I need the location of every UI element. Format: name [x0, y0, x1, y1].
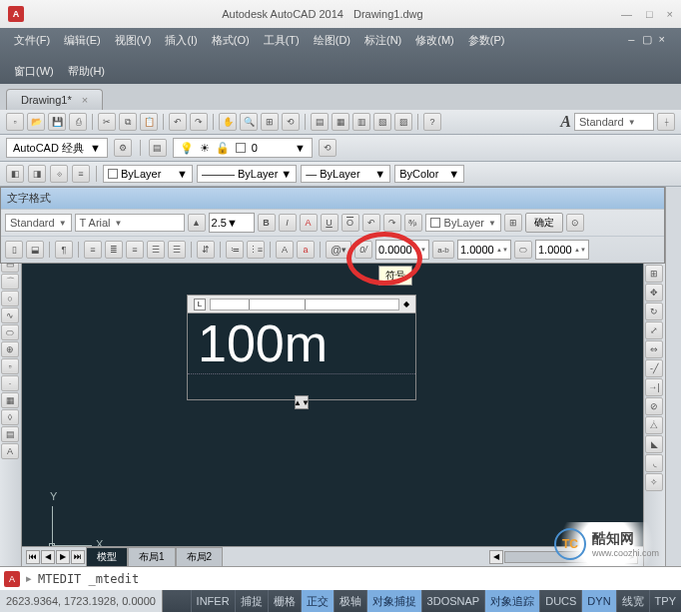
new-icon[interactable]: ▫: [6, 113, 24, 131]
undo-icon[interactable]: ↶: [169, 113, 187, 131]
text-style-select[interactable]: Standard▼: [5, 214, 72, 232]
italic-button[interactable]: I: [279, 214, 297, 232]
ellipse-icon[interactable]: ⬭: [1, 324, 19, 340]
menu-view[interactable]: 视图(V): [109, 30, 158, 51]
workspace-combo[interactable]: AutoCAD 经典▼: [6, 138, 108, 158]
menu-format[interactable]: 格式(O): [206, 30, 256, 51]
linespace-icon[interactable]: ⇵: [197, 241, 215, 259]
zoom-icon[interactable]: 🔍: [240, 113, 258, 131]
numbering-icon[interactable]: ≔: [226, 241, 244, 259]
print-icon[interactable]: ⎙: [69, 113, 87, 131]
zoom-window-icon[interactable]: ⊞: [261, 113, 279, 131]
tab-prev-icon[interactable]: ◀: [41, 550, 55, 564]
lowercase-icon[interactable]: a: [297, 241, 315, 259]
open-icon[interactable]: 📂: [27, 113, 45, 131]
tab-layout1[interactable]: 布局1: [128, 547, 176, 566]
options-icon[interactable]: ⊙: [566, 214, 584, 232]
color-icon[interactable]: ◧: [6, 165, 24, 183]
align-dist-icon[interactable]: ☰: [168, 241, 186, 259]
vscroll[interactable]: [665, 187, 681, 566]
undo2-icon[interactable]: ↶: [362, 214, 380, 232]
paste-icon[interactable]: 📋: [140, 113, 158, 131]
sheet-icon[interactable]: ▧: [373, 113, 391, 131]
break-icon[interactable]: ⊘: [645, 397, 663, 415]
tab-layout2[interactable]: 布局2: [176, 547, 224, 566]
mtext-icon[interactable]: A: [1, 443, 19, 459]
copy-icon[interactable]: ⧉: [119, 113, 137, 131]
annotative-icon[interactable]: ▲: [188, 214, 206, 232]
ws-settings-icon[interactable]: ⚙: [114, 139, 132, 157]
redo2-icon[interactable]: ↷: [383, 214, 401, 232]
menu-draw[interactable]: 绘图(D): [308, 30, 356, 51]
circle-icon[interactable]: ○: [1, 291, 19, 307]
markup-icon[interactable]: ▨: [394, 113, 412, 131]
mtext-editor[interactable]: L ◆ 100m ▲▼: [187, 295, 416, 400]
join-icon[interactable]: ⧊: [645, 416, 663, 434]
menu-param[interactable]: 参数(P): [462, 30, 511, 51]
status-tpy[interactable]: TPY: [649, 590, 681, 612]
match-icon[interactable]: ⟐: [50, 165, 68, 183]
layer-combo[interactable]: 💡 ☀ 🔓 0▼: [173, 138, 313, 158]
ruler-tab-icon[interactable]: L: [194, 299, 206, 310]
layer-mgr-icon[interactable]: ▤: [149, 139, 167, 157]
dc-icon[interactable]: ▦: [332, 113, 349, 131]
align-center-icon[interactable]: ≣: [105, 241, 123, 259]
lineweight-combo[interactable]: —ByLayer▼: [301, 165, 390, 183]
tab-last-icon[interactable]: ⏭: [71, 550, 85, 564]
trim-icon[interactable]: ‑╱: [645, 359, 663, 377]
array-icon[interactable]: ⊞: [645, 265, 663, 283]
stack-icon[interactable]: ª⁄ᵦ: [404, 214, 422, 232]
pan-icon[interactable]: ✋: [219, 113, 237, 131]
block-icon[interactable]: ▫: [1, 358, 19, 374]
stretch-icon[interactable]: ⇔: [645, 340, 663, 358]
redo-icon[interactable]: ↷: [190, 113, 208, 131]
text-height-input[interactable]: 2.5▼: [209, 213, 255, 233]
status-ducs[interactable]: DUCS: [539, 590, 581, 612]
mtext-ruler[interactable]: L ◆: [188, 296, 415, 313]
tab-model[interactable]: 模型: [86, 547, 128, 566]
arc-icon[interactable]: ⌒: [1, 274, 19, 290]
status-otrack[interactable]: 对象追踪: [484, 590, 539, 612]
ruler-icon[interactable]: ⊞: [504, 214, 522, 232]
menu-file[interactable]: 文件(F): [8, 30, 56, 51]
width-input[interactable]: 1.0000▲▼: [535, 240, 589, 260]
oblique-icon[interactable]: 0/: [354, 241, 372, 259]
props-icon[interactable]: ▤: [311, 113, 329, 131]
hatch-icon[interactable]: ▦: [1, 392, 19, 408]
command-line[interactable]: A ▸ MTEDIT _mtedit: [0, 566, 681, 590]
tab-close-icon[interactable]: ×: [82, 94, 88, 106]
document-tab[interactable]: Drawing1*×: [6, 89, 103, 110]
bold-button[interactable]: B: [258, 214, 276, 232]
menu-tools[interactable]: 工具(T): [258, 30, 306, 51]
spline-icon[interactable]: ∿: [1, 308, 19, 323]
status-lwt[interactable]: 线宽: [616, 590, 649, 612]
oblique-input[interactable]: 0.0000▲▼: [375, 240, 429, 260]
minimize-button[interactable]: —: [621, 8, 632, 20]
text-style-combo[interactable]: Standard▼: [574, 113, 654, 131]
menu-insert[interactable]: 插入(I): [159, 30, 203, 51]
save-icon[interactable]: 💾: [48, 113, 66, 131]
text-color-combo[interactable]: ByLayer▼: [425, 214, 501, 232]
color2-icon[interactable]: ◨: [28, 165, 46, 183]
status-polar[interactable]: 极轴: [334, 590, 366, 612]
move-icon[interactable]: ✥: [645, 284, 663, 302]
region-icon[interactable]: ◊: [1, 409, 19, 425]
para1-icon[interactable]: ¶: [55, 241, 73, 259]
resize-handle-icon[interactable]: ▲▼: [295, 395, 309, 409]
columns-icon[interactable]: ▯: [5, 241, 23, 259]
align-right-icon[interactable]: ≡: [126, 241, 144, 259]
lwt-icon[interactable]: ≡: [72, 165, 90, 183]
insert-icon[interactable]: ⊕: [1, 341, 19, 357]
status-grid[interactable]: 栅格: [268, 590, 301, 612]
maximize-button[interactable]: □: [646, 8, 653, 20]
status-infer[interactable]: INFER: [191, 590, 235, 612]
plotstyle-combo[interactable]: ByColor▼: [394, 165, 464, 183]
font-a-button[interactable]: A: [300, 214, 318, 232]
menu-dim[interactable]: 标注(N): [358, 30, 407, 51]
status-snap[interactable]: 捕捉: [235, 590, 268, 612]
font-select[interactable]: T Arial▼: [75, 214, 185, 232]
underline-button[interactable]: U: [321, 214, 339, 232]
mtext-content[interactable]: 100m: [188, 313, 415, 373]
drawing-canvas[interactable]: 文字格式 Standard▼ T Arial▼ ▲ 2.5▼ B I A U O…: [22, 187, 643, 566]
symbol-button[interactable]: @▾: [326, 241, 351, 259]
